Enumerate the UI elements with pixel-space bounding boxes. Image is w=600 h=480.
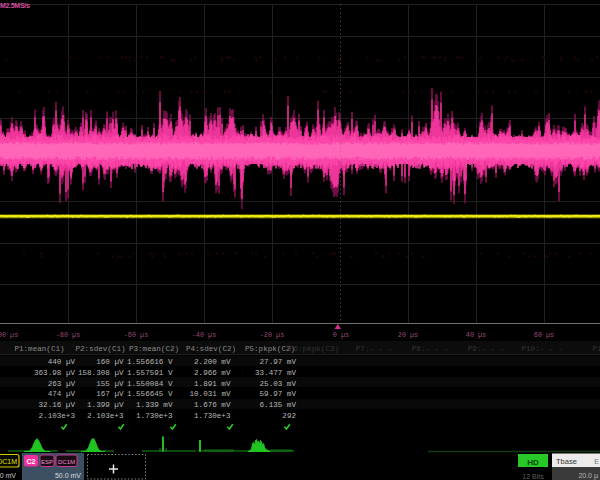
svg-text:2.103e+3: 2.103e+3 (87, 412, 124, 420)
svg-text:160 µV: 160 µV (96, 358, 124, 366)
svg-text:0 µs: 0 µs (333, 331, 349, 339)
svg-text:20 µs: 20 µs (398, 331, 418, 339)
svg-text:1.891 mV: 1.891 mV (194, 380, 231, 388)
svg-text:27.97 mV: 27.97 mV (260, 358, 297, 366)
svg-text:1.730e+3: 1.730e+3 (194, 412, 231, 420)
svg-text:1.339 mV: 1.339 mV (136, 401, 173, 409)
svg-text:440 µV: 440 µV (48, 358, 76, 366)
svg-text:1.557591 V: 1.557591 V (127, 369, 173, 377)
svg-text:DC1M: DC1M (0, 458, 17, 465)
svg-text:40 µs: 40 µs (466, 331, 486, 339)
svg-text:P3:mean(C2): P3:mean(C2) (129, 345, 179, 353)
svg-text:P1:mean(C1): P1:mean(C1) (14, 345, 64, 353)
svg-text:50.0 mV: 50.0 mV (55, 472, 81, 479)
svg-text:P2:sdev(C1): P2:sdev(C1) (75, 345, 125, 353)
svg-text:2.200 mV: 2.200 mV (194, 358, 231, 366)
svg-text:0 mV: 0 mV (0, 472, 16, 479)
svg-text:-80 µs: -80 µs (56, 331, 80, 339)
svg-text:Tbase: Tbase (556, 457, 577, 466)
svg-text:-100 µs: -100 µs (0, 331, 18, 339)
svg-text:C2: C2 (27, 458, 36, 465)
svg-text:M2.5MS/s: M2.5MS/s (0, 2, 30, 9)
svg-text:363.98 µV: 363.98 µV (34, 369, 75, 377)
svg-text:167 µV: 167 µV (96, 390, 124, 398)
svg-text:-40 µs: -40 µs (192, 331, 216, 339)
svg-text:1.399 µV: 1.399 µV (87, 401, 124, 409)
svg-text:-60 µs: -60 µs (124, 331, 148, 339)
svg-text:59.97 mV: 59.97 mV (260, 390, 297, 398)
svg-text:P10:- - -: P10:- - - (521, 345, 562, 353)
svg-text:E: E (594, 458, 599, 465)
svg-text:263 µV: 263 µV (48, 380, 76, 388)
svg-text:474 µV: 474 µV (48, 390, 76, 398)
svg-text:2.966 mV: 2.966 mV (194, 369, 231, 377)
svg-text:158.308 µV: 158.308 µV (78, 369, 124, 377)
svg-text:10.031 mV: 10.031 mV (189, 390, 230, 398)
svg-text:P5:pkpk(C2): P5:pkpk(C2) (245, 345, 295, 353)
svg-text:20.0 µ: 20.0 µ (578, 472, 598, 480)
svg-text:33.477 mV: 33.477 mV (255, 369, 296, 377)
svg-text:12 Bits: 12 Bits (522, 473, 544, 480)
svg-text:ESP: ESP (41, 459, 53, 465)
svg-text:P1: P1 (592, 345, 600, 353)
svg-text:1.550084 V: 1.550084 V (127, 380, 173, 388)
svg-text:1.730e+3: 1.730e+3 (136, 412, 173, 420)
svg-text:1.556645 V: 1.556645 V (127, 390, 173, 398)
svg-text:60 µs: 60 µs (534, 331, 554, 339)
svg-text:2.103e+3: 2.103e+3 (39, 412, 76, 420)
svg-text:6.135 mV: 6.135 mV (260, 401, 297, 409)
svg-text:-20 µs: -20 µs (260, 331, 284, 339)
svg-text:P8:- - -: P8:- - - (412, 345, 448, 353)
svg-text:25.03 mV: 25.03 mV (260, 380, 297, 388)
svg-text:P9:- - -: P9:- - - (468, 345, 504, 353)
svg-text:32.16 µV: 32.16 µV (39, 401, 76, 409)
svg-text:155 µV: 155 µV (96, 380, 124, 388)
svg-text:1.676 mV: 1.676 mV (194, 401, 231, 409)
svg-text:292: 292 (282, 412, 296, 420)
svg-text:DC1M: DC1M (58, 459, 75, 465)
svg-text:1.556616 V: 1.556616 V (127, 358, 173, 366)
svg-text:P6:pkpk(C3): P6:pkpk(C3) (289, 345, 339, 353)
svg-text:HD: HD (527, 458, 539, 467)
svg-text:P4:sdev(C2): P4:sdev(C2) (186, 345, 236, 353)
svg-text:P7:- - -: P7:- - - (356, 345, 392, 353)
